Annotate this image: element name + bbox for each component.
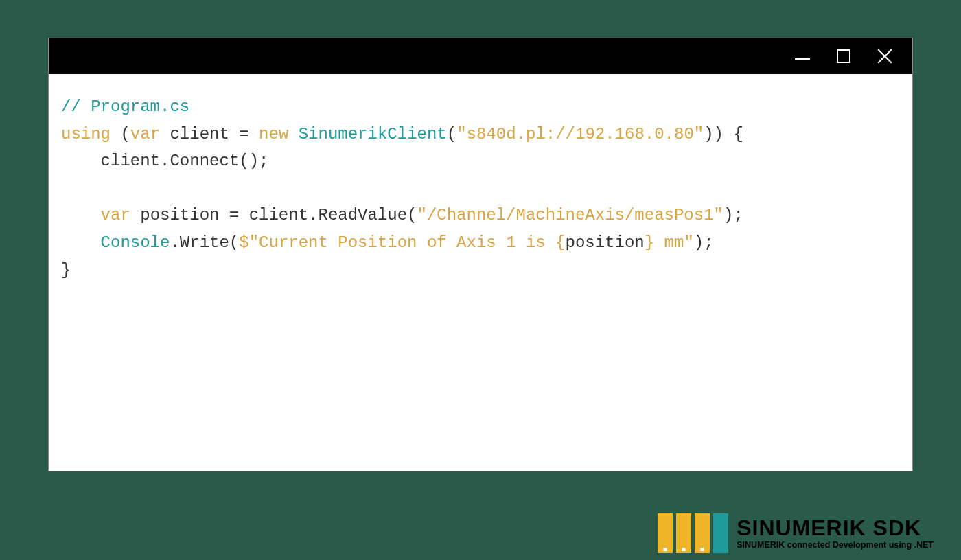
logo-title-light: SDK xyxy=(866,515,921,540)
logo-text: SINUMERIK SDK SINUMERIK connected Develo… xyxy=(737,517,934,550)
console-window: // Program.csusing (var client = new Sin… xyxy=(48,38,913,471)
logo-title-strong: SINUMERIK xyxy=(737,515,866,540)
logo-bars-icon xyxy=(658,513,728,553)
close-button[interactable] xyxy=(864,38,905,74)
maximize-button[interactable] xyxy=(823,38,864,74)
logo-title: SINUMERIK SDK xyxy=(737,517,934,539)
titlebar xyxy=(49,38,912,74)
close-icon xyxy=(876,47,894,65)
minimize-icon xyxy=(795,58,810,60)
minimize-button[interactable] xyxy=(782,38,823,74)
logo-subtitle: SINUMERIK connected Development using .N… xyxy=(737,540,934,550)
code-area: // Program.csusing (var client = new Sin… xyxy=(49,74,912,303)
maximize-icon xyxy=(837,49,850,63)
sinumerik-sdk-logo: SINUMERIK SDK SINUMERIK connected Develo… xyxy=(658,513,934,553)
